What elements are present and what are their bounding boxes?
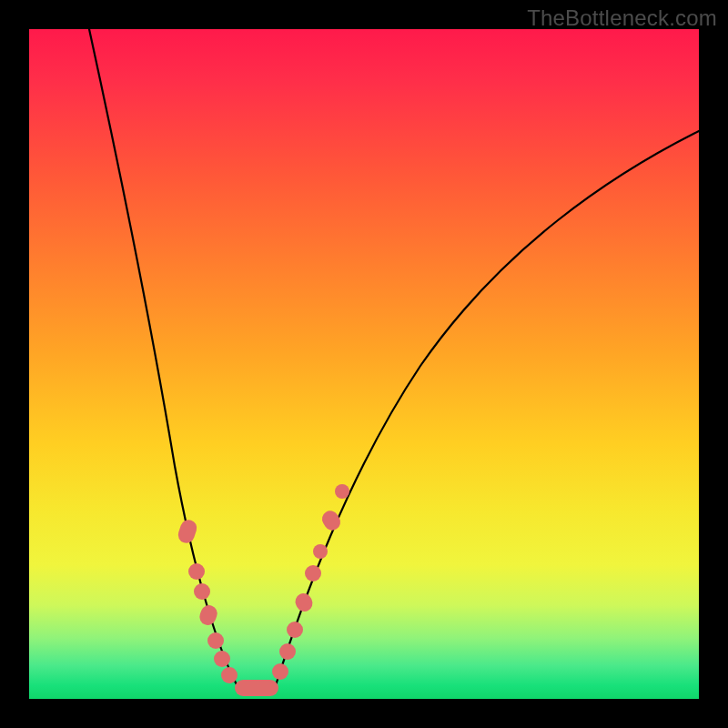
marker-left-dot-2 — [194, 583, 210, 600]
marker-left-pill-0 — [176, 518, 198, 545]
marker-bottom-pill — [235, 680, 278, 696]
curve-right-branch — [275, 131, 699, 688]
marker-right-dot-5 — [313, 544, 328, 559]
marker-left-dot-6 — [221, 667, 238, 683]
chart-svg — [29, 29, 699, 699]
stage: TheBottleneck.com — [0, 0, 728, 728]
plot-area — [29, 29, 699, 699]
marker-right-dot-1 — [279, 643, 296, 660]
curve-left-branch — [89, 29, 238, 688]
marker-left-pill-3 — [197, 603, 219, 628]
watermark-text: TheBottleneck.com — [527, 5, 717, 31]
markers-group — [176, 484, 349, 696]
marker-right-dot-4 — [305, 565, 321, 581]
marker-left-dot-5 — [214, 651, 230, 667]
marker-right-dot-7 — [335, 484, 349, 499]
marker-right-dot-0 — [272, 663, 288, 680]
marker-right-pill-3 — [292, 591, 315, 614]
marker-left-dot-4 — [207, 632, 224, 649]
marker-left-dot-1 — [188, 563, 205, 580]
marker-right-pill-6 — [319, 508, 344, 533]
marker-right-dot-2 — [287, 622, 303, 638]
